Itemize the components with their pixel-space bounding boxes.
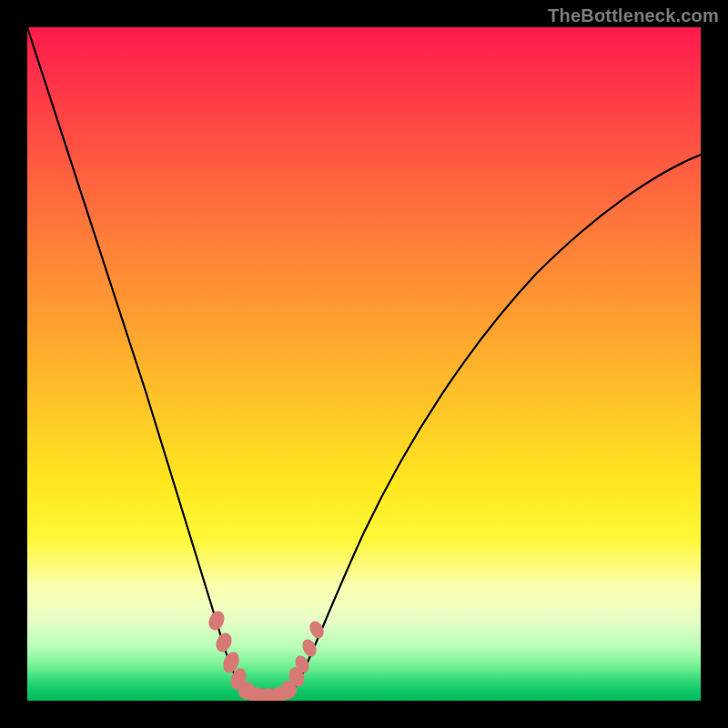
bottleneck-curve <box>27 27 701 697</box>
plot-area <box>27 27 701 701</box>
chart-frame: TheBottleneck.com <box>0 0 728 728</box>
svg-point-12 <box>307 619 326 641</box>
svg-point-1 <box>213 631 235 655</box>
highlight-segment <box>206 609 326 701</box>
chart-svg <box>27 27 701 701</box>
svg-point-0 <box>206 609 228 633</box>
watermark-text: TheBottleneck.com <box>548 5 719 26</box>
